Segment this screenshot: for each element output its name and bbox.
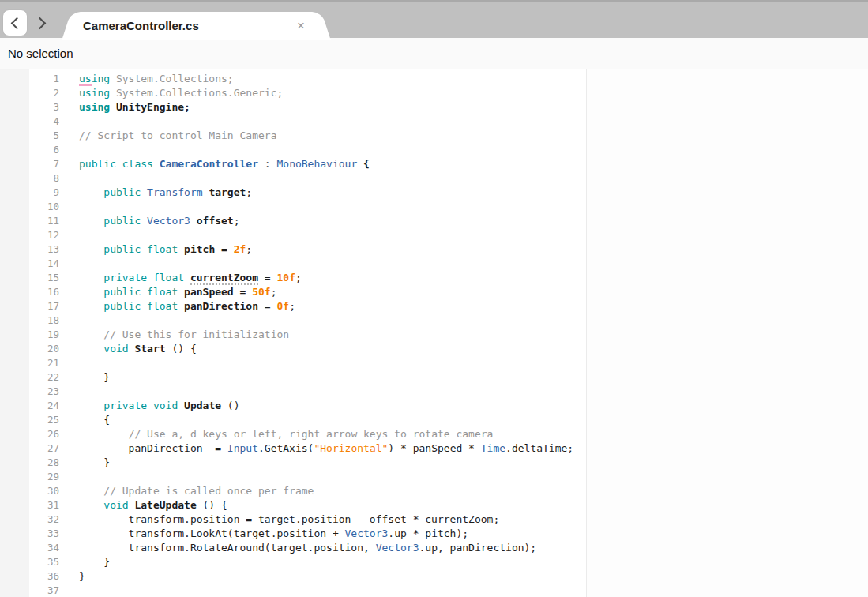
code-line[interactable]: 23	[0, 385, 586, 399]
chevron-left-icon	[10, 17, 23, 29]
line-number[interactable]: 9	[0, 186, 59, 200]
code-text: transform.LookAt(target.position + Vecto…	[79, 528, 468, 539]
code-line[interactable]: 29	[0, 470, 586, 484]
line-number[interactable]: 31	[0, 498, 59, 513]
line-number[interactable]: 32	[0, 513, 59, 527]
code-text: transform.position = target.position - o…	[79, 513, 499, 525]
code-text: private float currentZoom = 10f;	[79, 272, 302, 283]
code-line[interactable]: 32 transform.position = target.position …	[0, 513, 586, 527]
code-line[interactable]: 21	[0, 356, 586, 370]
code-text: public class CameraController : MonoBeha…	[79, 158, 370, 170]
code-line[interactable]: 8	[0, 171, 586, 186]
code-editor[interactable]: 1using System.Collections;2using System.…	[0, 69, 586, 597]
code-line[interactable]: 1using System.Collections;	[0, 72, 586, 86]
code-text: using System.Collections.Generic;	[79, 87, 283, 99]
code-text: // Script to control Main Camera	[79, 130, 276, 141]
code-text: // Use this for initialization	[79, 329, 289, 340]
code-line[interactable]: 19 // Use this for initialization	[0, 328, 586, 342]
code-line[interactable]: 16 public float panSpeed = 50f;	[0, 285, 586, 299]
code-line[interactable]: 2using System.Collections.Generic;	[0, 86, 586, 100]
code-line[interactable]: 33 transform.LookAt(target.position + Ve…	[0, 527, 586, 541]
code-line[interactable]: 34 transform.RotateAround(target.positio…	[0, 541, 586, 555]
code-line[interactable]: 12	[0, 228, 586, 242]
code-line[interactable]: 7public class CameraController : MonoBeh…	[0, 157, 586, 171]
line-number[interactable]: 13	[0, 242, 59, 257]
code-line[interactable]: 30 // Update is called once per frame	[0, 484, 586, 498]
editor-right-panel	[586, 69, 868, 597]
line-number[interactable]: 26	[0, 427, 59, 441]
line-number[interactable]: 33	[0, 527, 59, 541]
line-number[interactable]: 21	[0, 356, 59, 370]
line-number[interactable]: 7	[0, 157, 59, 171]
code-text: {	[79, 414, 110, 426]
code-text: // Use a, d keys or left, right arrow ke…	[79, 428, 493, 440]
code-line[interactable]: 14	[0, 257, 586, 271]
line-number[interactable]: 34	[0, 541, 59, 555]
line-number[interactable]: 15	[0, 271, 59, 285]
line-number[interactable]: 27	[0, 441, 59, 456]
line-number[interactable]: 16	[0, 285, 59, 299]
code-line[interactable]: 28 }	[0, 456, 586, 470]
line-number[interactable]: 29	[0, 470, 59, 484]
code-text: }	[79, 456, 110, 468]
line-number[interactable]: 14	[0, 257, 59, 271]
code-text: // Update is called once per frame	[79, 485, 314, 497]
code-text: transform.RotateAround(target.position, …	[79, 542, 536, 554]
code-line[interactable]: 36}	[0, 569, 586, 584]
code-line[interactable]: 31 void LateUpdate () {	[0, 498, 586, 513]
code-text: public float panSpeed = 50f;	[79, 286, 277, 298]
code-line[interactable]: 22 }	[0, 370, 586, 385]
line-number[interactable]: 2	[0, 86, 59, 100]
code-line[interactable]: 6	[0, 143, 586, 157]
line-number[interactable]: 5	[0, 129, 59, 143]
line-number[interactable]: 37	[0, 584, 59, 597]
line-number[interactable]: 11	[0, 214, 59, 228]
line-number[interactable]: 10	[0, 200, 59, 214]
code-line[interactable]: 35 }	[0, 555, 586, 569]
code-text: }	[79, 570, 85, 582]
tab-cameracontroller[interactable]: CameraController.cs ×	[78, 12, 314, 40]
code-text: void Start () {	[79, 343, 197, 355]
line-number[interactable]: 17	[0, 299, 59, 314]
code-line[interactable]: 25 {	[0, 413, 586, 427]
line-number[interactable]: 1	[0, 72, 59, 86]
line-number[interactable]: 4	[0, 115, 59, 129]
line-number[interactable]: 20	[0, 342, 59, 356]
line-number[interactable]: 18	[0, 314, 59, 328]
code-line[interactable]: 10	[0, 200, 586, 214]
forward-button[interactable]	[29, 10, 53, 36]
code-lines: 1using System.Collections;2using System.…	[0, 72, 586, 597]
code-line[interactable]: 11 public Vector3 offset;	[0, 214, 586, 228]
code-line[interactable]: 9 public Transform target;	[0, 186, 586, 200]
code-line[interactable]: 27 panDirection -= Input.GetAxis("Horizo…	[0, 441, 586, 456]
line-number[interactable]: 24	[0, 399, 59, 413]
code-line[interactable]: 4	[0, 115, 586, 129]
code-line[interactable]: 13 public float pitch = 2f;	[0, 242, 586, 257]
code-line[interactable]: 5// Script to control Main Camera	[0, 129, 586, 143]
line-number[interactable]: 22	[0, 370, 59, 385]
code-line[interactable]: 24 private void Update ()	[0, 399, 586, 413]
line-number[interactable]: 25	[0, 413, 59, 427]
line-number[interactable]: 23	[0, 385, 59, 399]
line-number[interactable]: 36	[0, 569, 59, 584]
line-number[interactable]: 28	[0, 456, 59, 470]
code-line[interactable]: 3using UnityEngine;	[0, 100, 586, 115]
code-line[interactable]: 20 void Start () {	[0, 342, 586, 356]
back-button[interactable]	[3, 10, 27, 36]
tab-close-icon[interactable]: ×	[292, 12, 310, 40]
code-line[interactable]: 26 // Use a, d keys or left, right arrow…	[0, 427, 586, 441]
code-line[interactable]: 15 private float currentZoom = 10f;	[0, 271, 586, 285]
code-text: using UnityEngine;	[79, 101, 190, 113]
line-number[interactable]: 30	[0, 484, 59, 498]
code-text: }	[79, 556, 110, 568]
line-number[interactable]: 6	[0, 143, 59, 157]
code-line[interactable]: 18	[0, 314, 586, 328]
code-line[interactable]: 37	[0, 584, 586, 597]
line-number[interactable]: 19	[0, 328, 59, 342]
line-number[interactable]: 12	[0, 228, 59, 242]
line-number[interactable]: 3	[0, 100, 59, 115]
line-number[interactable]: 35	[0, 555, 59, 569]
code-line[interactable]: 17 public float panDirection = 0f;	[0, 299, 586, 314]
code-text: public Transform target;	[79, 186, 252, 198]
line-number[interactable]: 8	[0, 171, 59, 186]
